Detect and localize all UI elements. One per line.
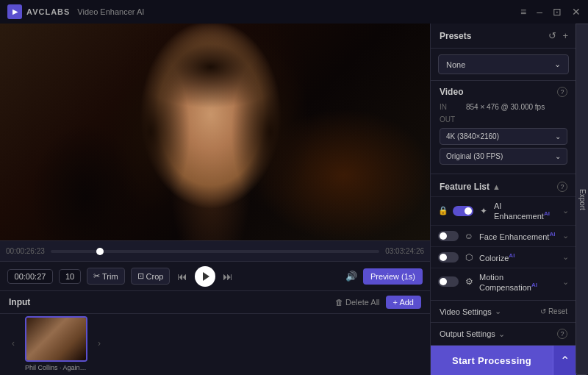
video-help-icon[interactable]: ?	[557, 87, 567, 97]
face-enhancement-expand[interactable]: ⌄	[562, 231, 569, 240]
timeline-track[interactable]	[51, 250, 379, 253]
face-enhancement-label: Face EnhancementAI	[479, 231, 558, 241]
scroll-right-button[interactable]: ›	[93, 338, 105, 349]
right-content: Presets ↺ + None ⌄ Video ?	[431, 24, 576, 375]
preset-section: None ⌄	[431, 49, 576, 81]
start-processing-area: Start Processing ⌃	[431, 346, 576, 375]
output-help-icon[interactable]: ?	[557, 329, 567, 339]
face-enhancement-icon: ☺	[463, 230, 475, 242]
motion-compensation-label: Motion CompensationAI	[479, 273, 558, 292]
timeline-end: 03:03:24:26	[385, 247, 424, 255]
trim-button[interactable]: ✂ Trim	[87, 268, 125, 285]
colorize-icon: ⬡	[463, 251, 475, 263]
video-info-title: Video	[440, 87, 463, 97]
feature-list-header: Feature List ▲ ?	[431, 179, 576, 196]
logo-icon: ▶	[7, 4, 22, 19]
export-tab[interactable]: Export	[576, 24, 588, 375]
motion-toggle-knob	[440, 278, 447, 285]
skip-back-button[interactable]: ⏮	[176, 269, 189, 284]
controls-bar: ✂ Trim ⊡ Crop ⏮ ⏭ 🔊 Preview (1s)	[0, 261, 430, 290]
right-scroll[interactable]: Presets ↺ + None ⌄ Video ?	[431, 24, 576, 346]
output-settings-section: Output Settings ⌄ ?	[431, 323, 576, 346]
trim-label: Trim	[102, 272, 118, 281]
reset-label: Reset	[548, 307, 567, 315]
play-button[interactable]	[195, 266, 215, 287]
close-icon[interactable]: ✕	[572, 7, 581, 17]
in-value: 854 × 476 @ 30.000 fps	[466, 103, 567, 111]
trim-icon: ✂	[93, 271, 100, 281]
colorize-name: Colorize	[479, 253, 509, 262]
ai-enhancement-name: AI Enhancement	[494, 201, 544, 221]
motion-compensation-icon: ⚙	[463, 276, 475, 288]
resolution-value: 4K (3840×2160)	[446, 132, 499, 140]
video-thumbnail[interactable]	[25, 316, 87, 362]
feature-list-title: Feature List	[440, 182, 490, 192]
fps-dropdown[interactable]: Original (30 FPS) ⌄	[440, 148, 567, 165]
input-scroll-area[interactable]: ‹ Phil Collins · Agains... ›	[0, 314, 430, 373]
preview-button[interactable]: Preview (1s)	[363, 268, 423, 285]
ai-badge-1: AI	[549, 231, 555, 238]
add-button[interactable]: + Add	[386, 296, 421, 309]
chevron-down-icon: ⌄	[554, 60, 561, 69]
input-header: Input 🗑 Delete All + Add	[0, 291, 430, 314]
in-row: IN 854 × 476 @ 30.000 fps	[440, 103, 567, 111]
feature-item-face-enhancement: ☺ Face EnhancementAI ⌄	[431, 225, 576, 246]
feature-list-section: Feature List ▲ ? 🔒 ✦ AI Enhancemen	[431, 174, 576, 301]
face-enhancement-toggle[interactable]	[438, 231, 459, 241]
timeline[interactable]: 00:00:26:23 03:03:24:26	[0, 240, 430, 261]
motion-compensation-toggle[interactable]	[438, 276, 459, 287]
feature-item-ai-enhancement: 🔒 ✦ AI EnhancementAI ⌄	[431, 196, 576, 225]
motion-compensation-expand[interactable]: ⌄	[562, 277, 569, 287]
preset-dropdown[interactable]: None ⌄	[438, 54, 569, 74]
output-settings-chevron-icon: ⌄	[498, 329, 505, 339]
presets-header: Presets ↺ +	[431, 24, 576, 49]
refresh-button[interactable]: ↺	[548, 29, 557, 42]
motion-compensation-name: Motion Compensation	[479, 273, 531, 292]
presets-title: Presets	[440, 31, 471, 41]
feature-list-chevron-icon: ▲	[492, 182, 501, 191]
input-actions: 🗑 Delete All + Add	[335, 296, 421, 309]
maximize-icon[interactable]: ⊡	[553, 7, 562, 17]
colorize-label: ColorizeAI	[479, 252, 558, 262]
resolution-chevron-icon: ⌄	[555, 132, 561, 140]
reset-button[interactable]: ↺ Reset	[540, 307, 567, 315]
presets-actions: ↺ +	[548, 29, 569, 42]
video-settings-title: Video Settings	[440, 307, 492, 316]
expand-icon: ⌃	[560, 354, 570, 367]
start-processing-button[interactable]: Start Processing	[431, 346, 553, 375]
ai-enhancement-icon: ✦	[478, 205, 490, 217]
left-panel: 00:00:26:23 03:03:24:26 ✂ Trim ⊡ Crop ⏮ …	[0, 24, 430, 375]
skip-forward-button[interactable]: ⏭	[221, 269, 234, 284]
volume-button[interactable]: 🔊	[345, 271, 357, 282]
play-icon	[203, 272, 209, 281]
add-preset-button[interactable]: +	[562, 29, 569, 42]
expand-processing-button[interactable]: ⌃	[553, 346, 576, 375]
time-input[interactable]	[7, 269, 53, 284]
titlebar: ▶ AVCLABS Video Enhancer AI ≡ – ⊡ ✕	[0, 0, 588, 24]
output-settings-title: Output Settings	[440, 329, 495, 338]
window-controls[interactable]: ≡ – ⊡ ✕	[520, 7, 581, 17]
thumb-label: Phil Collins · Agains...	[25, 364, 87, 371]
timeline-handle[interactable]	[96, 248, 104, 255]
scroll-left-button[interactable]: ‹	[7, 338, 19, 349]
delete-all-button[interactable]: 🗑 Delete All	[335, 298, 379, 307]
brand-name: AVCLABS	[26, 7, 70, 16]
in-label: IN	[440, 103, 460, 111]
colorize-toggle-knob	[440, 254, 447, 261]
out-label: OUT	[440, 115, 460, 124]
reset-icon: ↺	[540, 307, 546, 315]
colorize-toggle[interactable]	[438, 252, 459, 262]
menu-icon[interactable]: ≡	[520, 7, 526, 17]
feature-help-icon[interactable]: ?	[557, 182, 567, 192]
ai-enhancement-toggle[interactable]	[453, 206, 473, 216]
frame-input[interactable]	[59, 269, 81, 284]
resolution-dropdown[interactable]: 4K (3840×2160) ⌄	[440, 128, 567, 145]
colorize-expand[interactable]: ⌄	[562, 252, 569, 262]
minimize-icon[interactable]: –	[537, 7, 542, 17]
video-settings-chevron-icon: ⌄	[495, 307, 501, 316]
out-row: OUT	[440, 115, 567, 124]
ai-enhancement-expand[interactable]: ⌄	[562, 206, 569, 215]
ai-badge-2: AI	[509, 252, 514, 259]
feature-item-motion-compensation: ⚙ Motion CompensationAI ⌄	[431, 268, 576, 296]
crop-button[interactable]: ⊡ Crop	[131, 268, 171, 285]
